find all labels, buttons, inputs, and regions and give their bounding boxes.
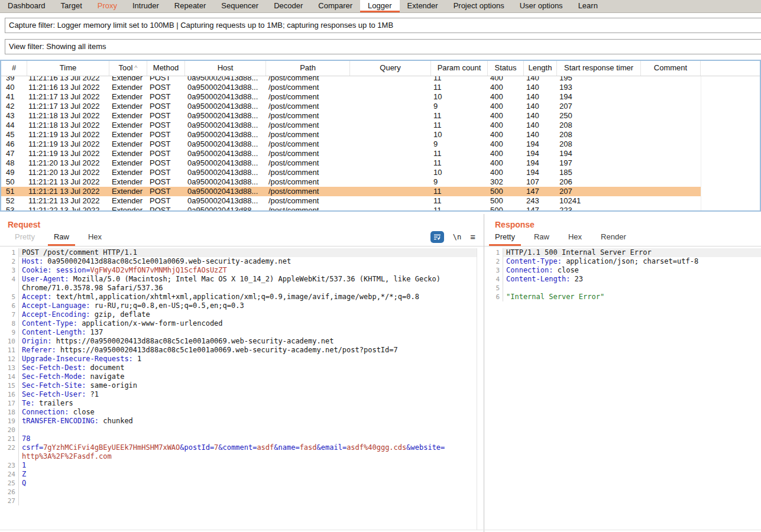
cell-param-count: 11 [431, 187, 488, 196]
column-header-start-response-timer[interactable]: Start response timer [557, 61, 641, 76]
log-row-47[interactable]: 4711:21:19 13 Jul 2022ExtenderPOST0a9500… [1, 149, 701, 158]
tab-render[interactable]: Render [595, 232, 632, 246]
log-row-42[interactable]: 4211:21:17 13 Jul 2022ExtenderPOST0a9500… [1, 102, 701, 111]
line-number: 6 [0, 301, 19, 310]
log-row-51[interactable]: 5111:21:21 13 Jul 2022ExtenderPOST0a9500… [1, 187, 701, 196]
code-text: Z [19, 470, 26, 479]
code-line: 26 [0, 488, 477, 497]
newline-toggle-icon[interactable]: \n [453, 233, 461, 241]
menu-item-logger[interactable]: Logger [360, 0, 399, 12]
code-line: 16Sec-Fetch-User: ?1 [0, 390, 477, 399]
line-number: 24 [0, 470, 19, 479]
log-row-50[interactable]: 5011:21:21 13 Jul 2022ExtenderPOST0a9500… [1, 177, 701, 187]
column-header-tool[interactable]: Tool^ [109, 61, 147, 76]
log-row-52[interactable]: 5211:21:21 13 Jul 2022ExtenderPOST0a9500… [1, 196, 701, 206]
cell-param-count: 10 [431, 130, 488, 140]
menu-item-decoder[interactable]: Decoder [266, 0, 310, 12]
cell-query [350, 158, 431, 168]
menu-item-intruder[interactable]: Intruder [125, 0, 167, 12]
cell-number: 40 [1, 83, 27, 92]
cell-time: 11:21:20 13 Jul 2022 [27, 168, 109, 177]
log-row-40[interactable]: 4011:21:16 13 Jul 2022ExtenderPOST0a9500… [1, 83, 701, 92]
cell-method: POST [147, 206, 185, 210]
column-header-path[interactable]: Path [266, 61, 350, 76]
cell-host: 0a9500020413d88... [185, 102, 266, 111]
column-header-length[interactable]: Length [524, 61, 557, 76]
cell-time: 11:21:22 13 Jul 2022 [27, 206, 109, 210]
menu-item-project-options[interactable]: Project options [446, 0, 512, 12]
view-filter-bar[interactable]: View filter: Showing all items [5, 39, 761, 54]
menu-item-repeater[interactable]: Repeater [167, 0, 213, 12]
column-header-comment[interactable]: Comment [641, 61, 701, 76]
column-label: Comment [654, 63, 687, 72]
menu-item-comparer[interactable]: Comparer [310, 0, 360, 12]
column-header-param-count[interactable]: Param count [431, 61, 488, 76]
tab-hex[interactable]: Hex [562, 232, 588, 246]
menu-item-extender[interactable]: Extender [400, 0, 446, 12]
log-row-43[interactable]: 4311:21:18 13 Jul 2022ExtenderPOST0a9500… [1, 111, 701, 121]
cell-status: 400 [488, 158, 524, 168]
cell-start-response-timer: 194 [557, 149, 641, 158]
cell-number: 48 [1, 158, 27, 168]
tab-pretty[interactable]: Pretty [489, 232, 521, 246]
line-number: 11 [0, 346, 19, 355]
column-header-status[interactable]: Status [488, 61, 524, 76]
log-row-44[interactable]: 4411:21:18 13 Jul 2022ExtenderPOST0a9500… [1, 121, 701, 130]
menu-item-dashboard[interactable]: Dashboard [0, 0, 53, 12]
cell-host: 0a9500020413d88... [185, 76, 266, 83]
line-number: 14 [0, 372, 19, 381]
code-line: 6"Internal Server Error" [484, 293, 761, 301]
column-header-query[interactable]: Query [350, 61, 431, 76]
menu-item-user-options[interactable]: User options [512, 0, 571, 12]
column-header-number[interactable]: # [1, 61, 27, 76]
log-table-body[interactable]: 3911:21:16 13 Jul 2022ExtenderPOST0a9500… [1, 76, 760, 210]
cell-query [350, 121, 431, 130]
log-row-39[interactable]: 3911:21:16 13 Jul 2022ExtenderPOST0a9500… [1, 76, 701, 83]
line-number: 22 [0, 443, 19, 452]
menu-item-sequencer[interactable]: Sequencer [213, 0, 266, 12]
cell-method: POST [147, 76, 185, 83]
request-editor[interactable]: 1POST /post/comment HTTP/1.12Host: 0a950… [0, 248, 477, 530]
sort-asc-icon: ^ [134, 64, 137, 72]
capture-filter-bar[interactable]: Capture filter: Logger memory limit set … [5, 18, 761, 33]
code-text: Upgrade-Insecure-Requests: 1 [19, 355, 141, 364]
code-text: Sec-Fetch-Dest: document [19, 364, 124, 372]
tab-pretty[interactable]: Pretty [9, 232, 41, 246]
cell-status: 302 [488, 177, 524, 187]
cell-time: 11:21:18 13 Jul 2022 [27, 111, 109, 121]
menu-item-learn[interactable]: Learn [571, 0, 605, 12]
tab-raw[interactable]: Raw [48, 232, 75, 246]
code-text [19, 488, 22, 497]
log-row-53[interactable]: 5311:21:22 13 Jul 2022ExtenderPOST0a9500… [1, 206, 701, 210]
cell-comment [641, 149, 701, 158]
log-row-46[interactable]: 4611:21:19 13 Jul 2022ExtenderPOST0a9500… [1, 140, 701, 149]
menu-item-target[interactable]: Target [53, 0, 90, 12]
cell-time: 11:21:18 13 Jul 2022 [27, 121, 109, 130]
log-row-48[interactable]: 4811:21:20 13 Jul 2022ExtenderPOST0a9500… [1, 158, 701, 168]
pretty-print-icon[interactable] [430, 231, 444, 243]
column-header-host[interactable]: Host [185, 61, 266, 76]
cell-tool: Extender [109, 121, 147, 130]
cell-number: 53 [1, 206, 27, 210]
editor-menu-icon[interactable]: ≡ [470, 233, 475, 241]
line-number: 25 [0, 479, 19, 488]
response-editor[interactable]: 1HTTP/1.1 500 Internal Server Error2Cont… [484, 248, 761, 530]
log-row-41[interactable]: 4111:21:17 13 Jul 2022ExtenderPOST0a9500… [1, 92, 701, 102]
cell-path: /post/comment [266, 158, 350, 168]
cell-query [350, 92, 431, 102]
cell-path: /post/comment [266, 187, 350, 196]
code-line: 12Upgrade-Insecure-Requests: 1 [0, 355, 477, 364]
log-row-45[interactable]: 4511:21:19 13 Jul 2022ExtenderPOST0a9500… [1, 130, 701, 140]
column-header-method[interactable]: Method [147, 61, 185, 76]
code-text: tRANSFER-ENCODING: chunked [19, 417, 133, 426]
cell-status: 400 [488, 130, 524, 140]
burp-suite-window: DashboardTargetProxyIntruderRepeaterSequ… [0, 0, 761, 532]
code-line: 15Sec-Fetch-Site: same-origin [0, 381, 477, 390]
log-row-49[interactable]: 4911:21:20 13 Jul 2022ExtenderPOST0a9500… [1, 168, 701, 177]
menu-item-proxy[interactable]: Proxy [90, 0, 125, 12]
tab-hex[interactable]: Hex [82, 232, 108, 246]
column-header-time[interactable]: Time [27, 61, 109, 76]
code-line: 24Z [0, 470, 477, 479]
tab-raw[interactable]: Raw [528, 232, 555, 246]
cell-param-count: 11 [431, 149, 488, 158]
